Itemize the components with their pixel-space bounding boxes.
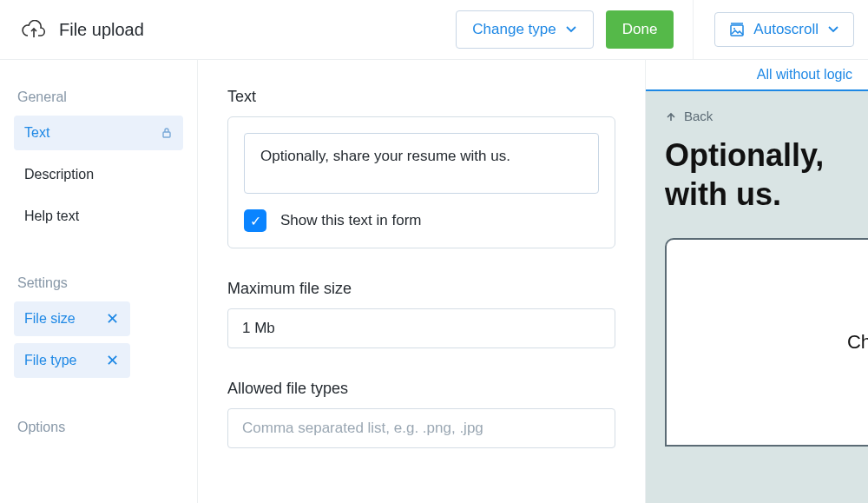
check-icon: ✓ xyxy=(250,213,261,229)
preview-panel: All without logic Back Optionally, with … xyxy=(645,60,868,503)
back-button[interactable]: Back xyxy=(665,109,868,123)
arrow-up-icon xyxy=(665,110,677,122)
sidebar-item-label: File size xyxy=(24,311,99,327)
all-without-logic-link[interactable]: All without logic xyxy=(757,67,852,83)
text-section-label: Text xyxy=(227,88,615,106)
content-area: General Text Description Help text Setti… xyxy=(0,60,868,503)
editor-panel: Text Optionally, share your resume with … xyxy=(198,60,645,503)
max-size-label: Maximum file size xyxy=(227,280,615,298)
page-title: File upload xyxy=(59,20,144,40)
sidebar-item-text[interactable]: Text xyxy=(14,116,183,150)
upload-cloud-icon xyxy=(21,20,47,39)
question-text-value: Optionally, share your resume with us. xyxy=(260,148,510,164)
sidebar-section-general: General xyxy=(17,89,183,105)
sidebar-item-file-size[interactable]: File size ✕ xyxy=(14,301,130,336)
close-icon[interactable]: ✕ xyxy=(106,309,120,328)
all-without-logic-label: All without logic xyxy=(757,67,852,82)
done-button[interactable]: Done xyxy=(606,10,674,49)
svg-rect-0 xyxy=(731,25,743,36)
done-label: Done xyxy=(622,21,658,38)
sidebar-item-label: Description xyxy=(24,167,94,182)
topbar: File upload Change type Done xyxy=(0,0,868,60)
sidebar: General Text Description Help text Setti… xyxy=(0,60,198,503)
allowed-types-label: Allowed file types xyxy=(227,380,615,398)
chevron-down-icon xyxy=(565,23,577,36)
autoscroll-button[interactable]: Autoscroll xyxy=(714,12,854,47)
sidebar-section-options: Options xyxy=(17,420,183,435)
show-in-form-row[interactable]: ✓ Show this text in form xyxy=(244,209,599,232)
max-size-input[interactable]: 1 Mb xyxy=(227,308,615,348)
chevron-down-icon xyxy=(827,23,839,36)
sidebar-item-label: Text xyxy=(24,125,154,141)
change-type-label: Change type xyxy=(472,21,556,38)
preview-card-text: Ch xyxy=(847,331,868,354)
max-size-value: 1 Mb xyxy=(242,320,275,337)
close-icon[interactable]: ✕ xyxy=(106,351,120,370)
image-icon xyxy=(729,22,745,37)
preview-body: Back Optionally, with us. Ch xyxy=(646,89,868,503)
question-text-input[interactable]: Optionally, share your resume with us. xyxy=(244,133,599,194)
preview-upload-card[interactable]: Ch xyxy=(665,238,868,447)
allowed-types-input[interactable]: Comma separated list, e.g. .png, .jpg xyxy=(227,408,615,448)
sidebar-item-help-text[interactable]: Help text xyxy=(14,199,183,234)
sidebar-section-settings: Settings xyxy=(17,275,183,291)
show-in-form-checkbox[interactable]: ✓ xyxy=(244,209,266,232)
show-in-form-label: Show this text in form xyxy=(280,212,422,229)
svg-rect-2 xyxy=(163,132,170,137)
change-type-button[interactable]: Change type xyxy=(456,10,593,49)
autoscroll-label: Autoscroll xyxy=(753,21,819,38)
sidebar-item-label: File type xyxy=(24,353,99,368)
allowed-types-placeholder: Comma separated list, e.g. .png, .jpg xyxy=(242,420,483,437)
sidebar-item-file-type[interactable]: File type ✕ xyxy=(14,343,130,378)
sidebar-item-description[interactable]: Description xyxy=(14,157,183,192)
text-panel: Optionally, share your resume with us. ✓… xyxy=(227,116,615,248)
preview-title: Optionally, with us. xyxy=(665,136,868,214)
sidebar-item-label: Help text xyxy=(24,208,79,224)
back-label: Back xyxy=(684,109,713,123)
lock-icon xyxy=(161,127,173,139)
svg-point-1 xyxy=(733,28,735,30)
